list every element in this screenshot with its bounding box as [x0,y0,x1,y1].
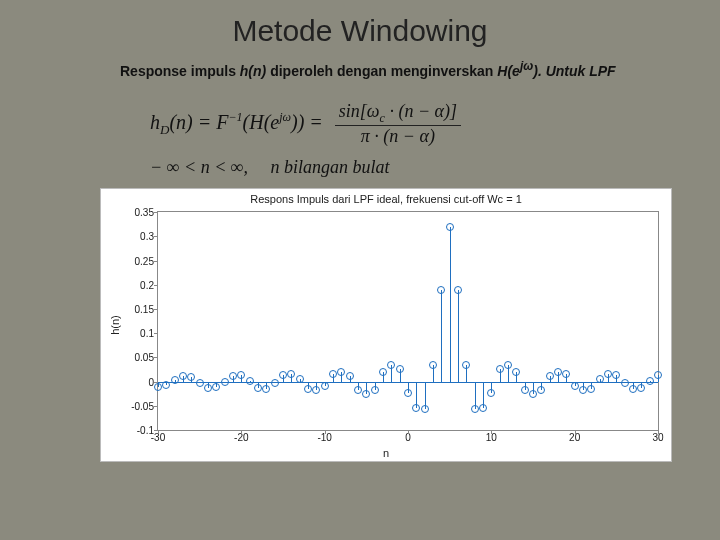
stem-marker [654,371,662,379]
stem-marker [429,361,437,369]
stem-marker [371,386,379,394]
stem-marker [296,375,304,383]
chart: Respons Impuls dari LPF ideal, frekuensi… [100,188,672,462]
body-he: H(e [497,63,520,79]
chart-ylabel: h(n) [109,315,121,335]
eq-argexp: jω [279,110,291,124]
stem-marker [604,370,612,378]
stem-marker [212,383,220,391]
stem-marker [404,389,412,397]
eq-row2b: n bilangan bulat [271,157,390,177]
stem-marker [579,386,587,394]
stem-marker [629,385,637,393]
stem-marker [196,379,204,387]
body-prefix: Response impuls [120,63,240,79]
stem-marker [621,379,629,387]
equation-block: hD(n) = F−1(H(ejω)) = sin[ωc · (n − α)] … [150,101,570,179]
stem-marker [271,379,279,387]
stem-marker [254,384,262,392]
body-suffix: ). Untuk LPF [533,63,615,79]
stem-marker [354,386,362,394]
stem-marker [262,385,270,393]
stem-marker [446,223,454,231]
stem-marker [587,385,595,393]
stem-marker [396,365,404,373]
stem-marker [279,371,287,379]
body-mid: diperoleh dengan menginverskan [266,63,497,79]
stem-marker [612,371,620,379]
stem-marker [387,361,395,369]
stem-marker [521,386,529,394]
stem-marker [496,365,504,373]
eq-inv: −1 [228,110,242,124]
stem-marker [437,286,445,294]
stem-marker [504,361,512,369]
stem-marker [637,384,645,392]
stem [458,290,459,382]
slide-title: Metode Windowing [0,0,720,58]
eq-sub: D [160,122,169,137]
eq-fraction: sin[ωc · (n − α)] π · (n − α) [335,101,461,148]
stem-marker [554,368,562,376]
equation-row2: − ∞ < n < ∞, n bilangan bulat [150,157,570,178]
eq-numrest: · (n − α)] [385,101,457,121]
stem-marker [454,286,462,294]
stem-marker [571,382,579,390]
stem-marker [546,372,554,380]
chart-title: Respons Impuls dari LPF ideal, frekuensi… [101,193,671,205]
eq-arg: (H(e [243,111,280,133]
eq-num: sin[ω [339,101,380,121]
stem-marker [312,386,320,394]
stem-marker [529,390,537,398]
stem-marker [421,405,429,413]
stem-marker [379,368,387,376]
body-text: Response impuls h(n) diperoleh dengan me… [0,58,720,81]
stem-marker [287,370,295,378]
eq-n: (n) = F [169,111,228,133]
stem-marker [329,370,337,378]
chart-xlabel: n [101,447,671,459]
stem-marker [412,404,420,412]
stem-marker [187,373,195,381]
stem-marker [512,368,520,376]
stem-marker [304,385,312,393]
stem-marker [537,386,545,394]
eq-row2a: − ∞ < n < ∞, [150,157,248,177]
stem-marker [346,372,354,380]
stem-marker [221,378,229,386]
equation-row1: hD(n) = F−1(H(ejω)) = sin[ωc · (n − α)] … [150,101,570,148]
stem-marker [246,377,254,385]
stem-marker [237,371,245,379]
stem-marker [337,368,345,376]
body-hn: h(n) [240,63,266,79]
stem-marker [362,390,370,398]
stem-marker [646,377,654,385]
plot-area: -0.1-0.0500.050.10.150.20.250.30.35-30-2… [157,211,659,431]
stem-marker [487,389,495,397]
body-exp: jω [520,59,533,73]
eq-lhs: h [150,111,160,133]
stem-marker [321,382,329,390]
eq-den: π · (n − α) [357,126,439,147]
stem-marker [596,375,604,383]
stem-marker [479,404,487,412]
stem-marker [462,361,470,369]
stem-marker [171,376,179,384]
stem-marker [471,405,479,413]
stem-marker [562,370,570,378]
stem-marker [229,372,237,380]
stem-marker [204,384,212,392]
stem [450,227,451,381]
stem-marker [154,383,162,391]
eq-argend: )) = [291,111,323,133]
stem-marker [179,372,187,380]
stem [441,290,442,382]
stem-marker [162,381,170,389]
